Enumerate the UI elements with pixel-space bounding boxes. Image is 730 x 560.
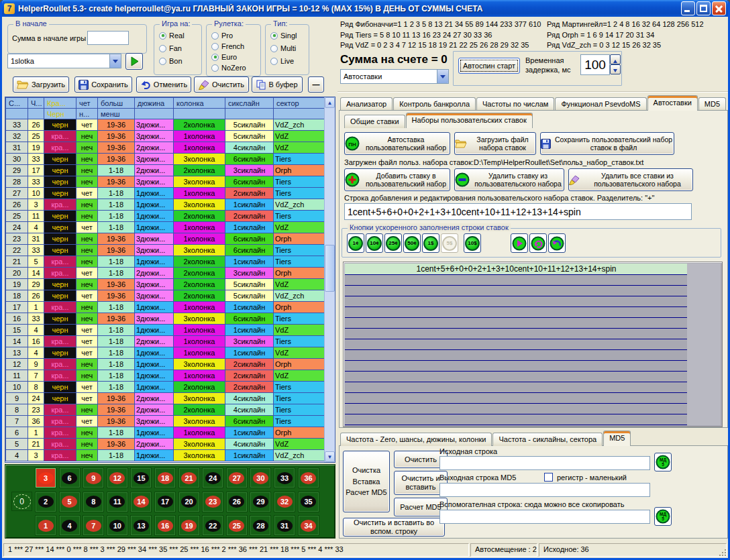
table-cell[interactable]: 1-18 [98,211,135,222]
table-cell[interactable]: 1-18 [98,382,135,393]
table-cell[interactable]: чет [76,290,98,302]
board-cell-34[interactable]: 34 [298,515,319,536]
table-cell[interactable]: Tiers [274,404,326,416]
table-header-cell[interactable]: дюжина [135,98,174,109]
table-cell[interactable]: чет [76,268,98,279]
table-row[interactable]: 2233черннеч19-363дюжи...3колонка6сиклайн… [6,245,326,256]
bet-set-row-empty[interactable] [345,307,688,318]
table-cell[interactable]: 2дюжи... [135,268,174,279]
table-cell[interactable]: 3дюжи... [135,245,174,256]
table-cell[interactable]: неч [76,370,98,382]
table-cell[interactable]: 1колонка [174,142,225,154]
table-cell[interactable]: 19-36 [98,416,135,427]
table-cell[interactable]: 19-36 [98,142,135,154]
radio-french[interactable]: French [211,41,244,52]
bet-set-row-empty[interactable] [345,296,688,307]
table-cell[interactable]: неч [76,245,98,256]
table-cell[interactable]: черн [44,393,76,404]
table-cell[interactable]: 1-18 [98,427,135,439]
table-cell[interactable]: 5сиклайн [225,131,274,142]
table-row[interactable]: 2710чернчет1-181дюжи...1колонка2сиклайнT… [6,188,326,199]
table-cell[interactable]: 2дюжи... [135,165,174,176]
chevron-down-icon[interactable] [437,70,448,83]
radio-bon[interactable]: Bon [159,56,182,66]
radio-fan[interactable]: Fan [159,43,182,54]
board-cell-3[interactable]: 3 [35,467,56,488]
table-scrollbar[interactable]: ▲ ▼ [324,97,335,462]
table-cell[interactable]: 6сиклайн [225,154,274,165]
table-cell[interactable]: VdZ [274,131,326,142]
table-cell[interactable]: 2сиклайн [225,188,274,199]
table-cell[interactable]: 23 [28,404,44,416]
table-cell[interactable]: 1-18 [98,370,135,382]
table-cell[interactable]: 19-36 [98,393,135,404]
table-cell[interactable]: 23 [6,233,28,245]
table-cell[interactable]: 33 [28,313,44,325]
table-cell[interactable]: 6сиклайн [225,245,274,256]
board-cell-21[interactable]: 21 [178,467,200,488]
table-cell[interactable]: 8 [6,404,28,416]
table-cell[interactable]: 19-36 [98,404,135,416]
table-cell[interactable]: 1дюжи... [135,370,174,382]
tab-main-3[interactable]: Частоты по числам [476,97,554,111]
board-cell-33[interactable]: 33 [274,467,295,488]
table-cell[interactable]: чет [76,188,98,199]
table-row[interactable]: 244чернчет1-181дюжи...1колонка1сиклайнVd… [6,222,326,233]
table-cell[interactable]: 2дюжи... [135,393,174,404]
table-cell[interactable]: 1дюжи... [135,199,174,211]
tab-main-5[interactable]: Автоставки [647,95,698,111]
table-cell[interactable]: неч [76,439,98,450]
board-cell-10[interactable]: 10 [107,515,128,536]
board-cell-14[interactable]: 14 [130,492,152,512]
table-cell[interactable]: 2колонка [174,404,225,416]
table-cell[interactable]: 1дюжи... [135,450,174,461]
table-cell[interactable]: 1-18 [98,336,135,347]
scroll-down-icon[interactable]: ▼ [325,451,335,462]
table-cell[interactable]: 3дюжи... [135,416,174,427]
bet-set-row-empty[interactable] [345,318,688,329]
board-cell-8[interactable]: 8 [83,492,104,512]
table-header-cell[interactable]: Черн [44,109,76,119]
table-cell[interactable]: 6сиклайн [225,233,274,245]
table-cell[interactable]: черн [44,290,76,302]
table-row[interactable]: 2331черннеч19-363дюжи...1колонка6сиклайн… [6,233,326,245]
table-row[interactable]: 1929черннеч19-363дюжи...2колонка5сиклайн… [6,279,326,290]
table-cell[interactable]: 1-18 [98,165,135,176]
table-cell[interactable]: 5сиклайн [225,290,274,302]
chip-action-refresh[interactable] [529,233,547,253]
radio-multi[interactable]: Multi [270,43,296,54]
table-cell[interactable]: 1дюжи... [135,222,174,233]
table-cell[interactable]: 19-36 [98,119,135,131]
table-cell[interactable]: кра... [44,450,76,461]
radio-real[interactable]: Real [159,30,185,41]
table-cell[interactable]: 22 [6,245,28,256]
resize-grip[interactable] [718,548,727,557]
table-cell[interactable]: 3 [28,450,44,461]
table-row[interactable]: 117кра...неч1-181дюжи...1колонка2сиклайн… [6,370,326,382]
radio-pro[interactable]: Pro [211,30,233,41]
table-cell[interactable]: Tiers [274,336,326,347]
table-cell[interactable]: 8 [28,382,44,393]
table-cell[interactable]: чет [76,336,98,347]
table-cell[interactable]: VdZ [274,325,326,336]
table-cell[interactable]: 2колонка [174,279,225,290]
table-cell[interactable]: 19-36 [98,154,135,165]
board-cell-0[interactable]: 0 [11,492,32,511]
table-cell[interactable]: кра... [44,256,76,268]
table-cell[interactable]: 3дюжи... [135,154,174,165]
table-cell[interactable]: 1сиклайн [225,256,274,268]
table-cell[interactable]: 2колонка [174,165,225,176]
board-cell-22[interactable]: 22 [202,515,223,536]
radio-dot[interactable] [270,45,278,52]
table-cell[interactable]: кра... [44,336,76,347]
table-cell[interactable]: 26 [28,119,44,131]
table-row[interactable]: 154чернчет1-181дюжи...1колонка1сиклайнVd… [6,325,326,336]
table-cell[interactable]: 3колонка [174,245,225,256]
table-cell[interactable]: Tiers [274,188,326,199]
autobet-button-pn-chip[interactable]: ПНАвтоставка пользовательский набор [344,132,450,155]
table-cell[interactable]: 3дюжи... [135,233,174,245]
table-cell[interactable]: 21 [28,439,44,450]
spin-down-icon[interactable] [610,64,621,74]
autobet-button-brush[interactable]: Удалить все ставки из пользовательского … [568,168,693,191]
table-cell[interactable]: кра... [44,359,76,370]
